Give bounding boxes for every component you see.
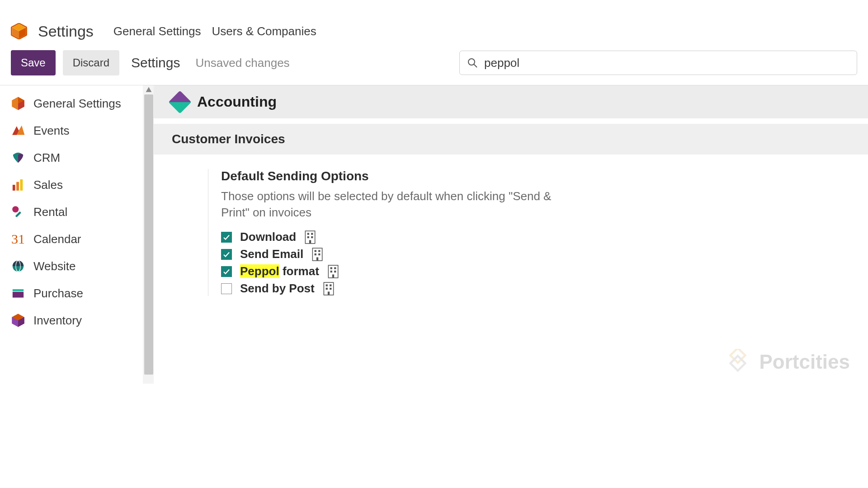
- svg-rect-45: [330, 288, 331, 290]
- default-sending-options-block: Default Sending Options Those options wi…: [208, 169, 570, 296]
- option-label: Send by Post: [240, 282, 315, 296]
- sidebar: General Settings Events CRM Sales: [0, 85, 154, 488]
- nav-general-settings[interactable]: General Settings: [113, 24, 201, 38]
- checkbox-peppol-format[interactable]: [221, 266, 232, 277]
- breadcrumb: Settings: [131, 55, 180, 70]
- svg-rect-12: [20, 179, 23, 191]
- main-content: Accounting Customer Invoices Default Sen…: [154, 85, 868, 488]
- app-logo-icon: [11, 23, 27, 39]
- website-icon: [11, 259, 25, 273]
- building-icon[interactable]: [327, 264, 339, 279]
- purchase-icon: [11, 286, 25, 300]
- section-header-accounting: Accounting: [154, 85, 868, 118]
- sidebar-item-label: Rental: [33, 205, 67, 219]
- discard-button[interactable]: Discard: [63, 50, 119, 75]
- events-icon: [11, 123, 25, 138]
- svg-rect-38: [330, 271, 332, 272]
- top-nav: Settings General Settings Users & Compan…: [0, 0, 868, 36]
- svg-rect-34: [316, 257, 318, 260]
- svg-rect-39: [334, 271, 336, 272]
- subsection-customer-invoices: Customer Invoices: [154, 124, 868, 155]
- sidebar-item-events[interactable]: Events: [0, 117, 140, 144]
- nav-users-companies[interactable]: Users & Companies: [212, 24, 316, 38]
- search-input[interactable]: [484, 56, 849, 70]
- sidebar-item-label: Purchase: [33, 286, 83, 300]
- watermark-icon: [725, 349, 751, 375]
- sidebar-item-general-settings[interactable]: General Settings: [0, 90, 140, 117]
- sidebar-item-website[interactable]: Website: [0, 253, 140, 280]
- option-label: Send Email: [240, 247, 303, 261]
- svg-rect-11: [16, 182, 19, 191]
- svg-line-6: [474, 64, 477, 67]
- checkbox-download[interactable]: [221, 232, 232, 243]
- option-send-email: Send Email: [221, 247, 570, 262]
- building-icon[interactable]: [304, 230, 316, 244]
- building-icon[interactable]: [311, 247, 323, 262]
- svg-rect-24: [307, 233, 309, 235]
- search-box[interactable]: [459, 51, 857, 75]
- inventory-icon: [11, 313, 25, 328]
- svg-rect-43: [330, 284, 331, 286]
- svg-rect-46: [328, 291, 330, 295]
- save-button[interactable]: Save: [11, 50, 56, 75]
- block-description: Those options will be selected by defaul…: [221, 188, 570, 221]
- sidebar-item-calendar[interactable]: 31 Calendar: [0, 225, 140, 253]
- sidebar-item-inventory[interactable]: Inventory: [0, 307, 140, 334]
- svg-rect-25: [311, 233, 313, 235]
- sidebar-item-label: Sales: [33, 178, 63, 192]
- svg-rect-30: [315, 250, 316, 252]
- app-title: Settings: [38, 23, 94, 40]
- svg-rect-36: [330, 267, 332, 269]
- building-icon[interactable]: [323, 282, 335, 296]
- crm-icon: [11, 150, 25, 165]
- scrollbar-thumb[interactable]: [144, 94, 153, 375]
- svg-marker-22: [146, 87, 152, 92]
- sales-icon: [11, 178, 25, 192]
- svg-rect-37: [334, 267, 336, 269]
- svg-rect-44: [326, 288, 327, 290]
- sidebar-item-label: Events: [33, 124, 70, 138]
- svg-rect-32: [315, 253, 316, 255]
- sidebar-item-label: CRM: [33, 151, 60, 165]
- option-peppol-format: Peppol format: [221, 264, 570, 279]
- svg-point-13: [12, 206, 19, 212]
- svg-rect-18: [13, 292, 24, 298]
- calendar-icon: 31: [11, 232, 25, 246]
- sidebar-item-label: Inventory: [33, 314, 82, 328]
- svg-point-5: [468, 59, 475, 65]
- checkbox-send-by-post[interactable]: [221, 283, 232, 294]
- sidebar-item-rental[interactable]: Rental: [0, 198, 140, 225]
- svg-rect-40: [332, 274, 334, 277]
- option-send-by-post: Send by Post: [221, 282, 570, 296]
- highlighted-text: Peppol: [240, 264, 279, 278]
- svg-rect-27: [311, 236, 313, 238]
- gear-hex-icon: [11, 96, 25, 111]
- sidebar-item-label: Website: [33, 259, 75, 273]
- section-title: Accounting: [197, 94, 277, 110]
- unsaved-changes-label: Unsaved changes: [195, 56, 289, 70]
- option-download: Download: [221, 230, 570, 244]
- svg-rect-10: [13, 185, 15, 191]
- search-icon: [467, 57, 478, 68]
- option-label: Download: [240, 230, 296, 244]
- sidebar-scrollbar[interactable]: [143, 85, 154, 384]
- sidebar-item-label: Calendar: [33, 232, 81, 246]
- rental-icon: [11, 205, 25, 219]
- svg-rect-17: [13, 289, 24, 291]
- sidebar-item-label: General Settings: [33, 97, 121, 111]
- svg-rect-33: [318, 253, 320, 255]
- accounting-icon: [169, 90, 192, 113]
- watermark-text: Portcities: [759, 351, 850, 373]
- action-bar: Save Discard Settings Unsaved changes: [0, 36, 868, 77]
- sidebar-item-crm[interactable]: CRM: [0, 144, 140, 171]
- scroll-up-icon: [145, 86, 152, 94]
- option-label: Peppol format: [240, 264, 319, 278]
- svg-rect-31: [318, 250, 320, 252]
- checkbox-send-email[interactable]: [221, 249, 232, 260]
- svg-rect-28: [309, 240, 311, 243]
- sidebar-item-sales[interactable]: Sales: [0, 171, 140, 198]
- svg-rect-26: [307, 236, 309, 238]
- sidebar-item-purchase[interactable]: Purchase: [0, 280, 140, 307]
- watermark: Portcities: [725, 349, 850, 375]
- block-title: Default Sending Options: [221, 169, 570, 183]
